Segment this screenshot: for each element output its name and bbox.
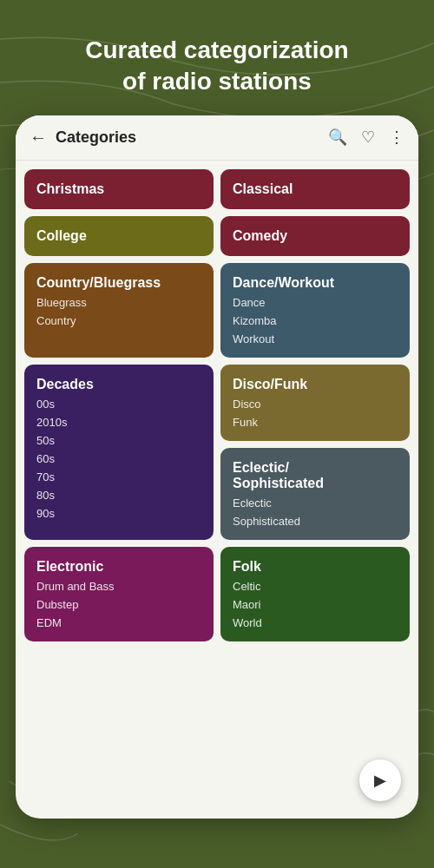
category-title: Dance/Workout — [233, 275, 398, 291]
category-sub: 50s — [36, 434, 201, 447]
category-sub: EDM — [36, 616, 201, 629]
category-sub: World — [233, 616, 398, 629]
category-sub: Workout — [233, 332, 398, 345]
play-icon: ▶ — [374, 771, 386, 790]
category-sub: Eclectic — [233, 496, 398, 510]
topbar-icons: 🔍 ♡ ⋮ — [328, 128, 404, 147]
more-icon[interactable]: ⋮ — [389, 128, 404, 147]
category-title: Eclectic/Sophisticated — [233, 460, 398, 491]
category-christmas[interactable]: Christmas — [24, 169, 214, 209]
category-sub: 00s — [36, 398, 201, 411]
category-sub: 90s — [36, 507, 201, 520]
back-button[interactable]: ← — [30, 128, 47, 148]
header-section: Curated categorization of radio stations — [0, 0, 434, 115]
category-title: Christmas — [36, 181, 201, 197]
category-sub: Funk — [233, 416, 398, 429]
category-sub: Dance — [233, 296, 398, 309]
category-title: College — [36, 228, 201, 244]
category-sub: Bluegrass — [36, 296, 201, 309]
top-bar: ← Categories 🔍 ♡ ⋮ — [16, 115, 418, 161]
category-title: Classical — [233, 181, 398, 197]
category-title: Electronic — [36, 559, 201, 575]
category-decades[interactable]: Decades 00s 2010s 50s 60s 70s 80s 90s — [24, 365, 214, 540]
category-sub: Drum and Bass — [36, 580, 201, 593]
category-sub: 2010s — [36, 416, 201, 429]
category-electronic[interactable]: Electronic Drum and Bass Dubstep EDM — [24, 547, 214, 641]
category-title: Disco/Funk — [233, 377, 398, 392]
category-classical[interactable]: Classical — [220, 169, 410, 209]
category-sub: 80s — [36, 489, 201, 502]
category-title: Folk — [233, 559, 398, 575]
heart-icon[interactable]: ♡ — [361, 128, 375, 147]
category-sub: Disco — [233, 398, 398, 411]
category-sub: 70s — [36, 470, 201, 483]
category-dance-workout[interactable]: Dance/Workout Dance Kizomba Workout — [220, 263, 410, 358]
category-sub: Country — [36, 314, 201, 327]
search-icon[interactable]: 🔍 — [328, 128, 347, 147]
category-folk[interactable]: Folk Celtic Maori World — [220, 547, 410, 641]
topbar-title: Categories — [56, 128, 328, 147]
category-sub: 60s — [36, 452, 201, 465]
category-title: Comedy — [233, 228, 398, 244]
header-title: Curated categorization of radio stations — [17, 35, 417, 98]
play-fab[interactable]: ▶ — [359, 760, 401, 801]
category-sub: Kizomba — [233, 314, 398, 327]
category-sub: Sophisticated — [233, 515, 398, 528]
phone-frame: ← Categories 🔍 ♡ ⋮ Christmas Classical C… — [16, 115, 418, 819]
category-college[interactable]: College — [24, 216, 214, 256]
category-country-bluegrass[interactable]: Country/Bluegrass Bluegrass Country — [24, 263, 214, 358]
category-eclectic[interactable]: Eclectic/Sophisticated Eclectic Sophisti… — [220, 448, 410, 540]
categories-grid: Christmas Classical College Comedy Count… — [16, 161, 418, 815]
category-disco-funk[interactable]: Disco/Funk Disco Funk — [220, 365, 410, 441]
category-title: Decades — [36, 377, 201, 392]
category-sub: Dubstep — [36, 598, 201, 611]
category-sub: Maori — [233, 598, 398, 611]
category-sub: Celtic — [233, 580, 398, 593]
category-title: Country/Bluegrass — [36, 275, 201, 291]
category-comedy[interactable]: Comedy — [220, 216, 410, 256]
